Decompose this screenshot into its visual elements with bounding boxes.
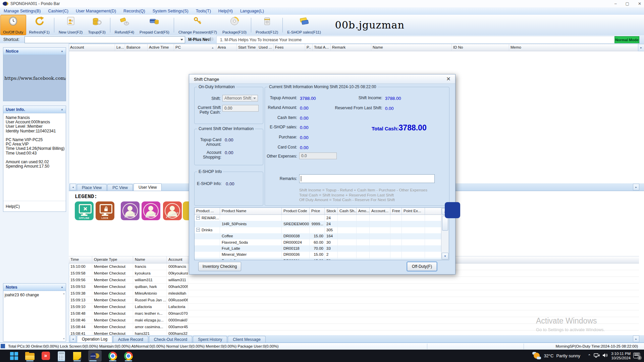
table-row[interactable]: 15:09:56Member Checkoutwilliam311william… xyxy=(69,277,639,284)
maximize-button[interactable]: ▢ xyxy=(626,1,629,6)
column-header-name[interactable]: Name xyxy=(371,44,452,51)
table-row[interactable]: REWAR...24 xyxy=(195,215,449,221)
column-header-start-time[interactable]: Start Time xyxy=(237,44,257,51)
toolbar-button-prepaid-card-f5[interactable]: Prepaid Card(F5) xyxy=(137,15,172,35)
toolbar-button-refresh-f1[interactable]: Refresh(F1) xyxy=(27,15,52,35)
notes-panel-header[interactable]: Notes ▲ xyxy=(3,284,66,291)
column-header-account[interactable]: Account xyxy=(167,256,188,263)
inventory-checking-button[interactable]: Inventory Checking xyxy=(198,262,241,271)
column-header-p[interactable]: P.. xyxy=(305,44,313,51)
column-header-product[interactable]: Product ... xyxy=(195,208,220,215)
column-header-active-time[interactable]: Active Time xyxy=(148,44,174,51)
table-row[interactable]: Fruit_LatteDR0011870.0033 xyxy=(195,245,449,251)
tab-pc-view[interactable]: PC View xyxy=(107,184,133,191)
table-row[interactable]: Drinks305 xyxy=(195,227,449,233)
column-header-le[interactable]: Le... xyxy=(115,44,125,51)
column-header-point-ex[interactable]: Point Ex... xyxy=(402,208,425,215)
column-header-name[interactable]: Name xyxy=(133,256,167,263)
taskbar-app-pondo[interactable]: pondo xyxy=(88,350,102,362)
toolbar-button-topup-f3[interactable]: Topup(F3) xyxy=(86,15,108,35)
volume-icon[interactable] xyxy=(602,353,608,359)
notice-panel-header[interactable]: Notice ▲ xyxy=(3,48,66,55)
taskbar-app-file-explorer[interactable] xyxy=(25,350,35,362)
column-header-cash-sh[interactable]: Cash Sh... xyxy=(338,208,357,215)
weather-desc[interactable]: Partly sunny xyxy=(556,353,580,358)
toolbar-button-on-off-duty[interactable]: On/Off Duty xyxy=(0,15,26,35)
column-header-account[interactable]: Account... xyxy=(370,208,390,215)
help-link[interactable]: Help(C) xyxy=(3,201,66,212)
scroll-left-button[interactable]: ◂ xyxy=(70,184,76,190)
toolbar-button-change-password-f7[interactable]: Change Password(F7) xyxy=(176,15,219,35)
toolbar-button-e-shop-sales-f11[interactable]: E-SHOP sales(F11) xyxy=(285,15,323,35)
tab-spent-history[interactable]: Spent History xyxy=(193,336,227,343)
table-row[interactable]: 15:09:10Member CheckoutLafactoriaLafacto… xyxy=(69,304,639,310)
column-header-account[interactable]: Account xyxy=(69,44,115,51)
column-header-stock[interactable]: Stock xyxy=(325,208,338,215)
table-row[interactable]: Pepsi_8ozDR0003115.0076 xyxy=(195,258,449,260)
scroll-right-button[interactable]: ▸ xyxy=(633,336,639,342)
off-duty-button[interactable]: Off-Duty(F) xyxy=(407,262,437,271)
collapse-minus-icon[interactable] xyxy=(196,216,200,220)
taskbar-app-chrome[interactable] xyxy=(124,350,133,362)
table-row[interactable]: 15:09:13Member CheckoutRussel Pua Jan ..… xyxy=(69,297,639,304)
taskbar-app-chrome[interactable] xyxy=(108,350,117,362)
collapse-icon[interactable]: ▲ xyxy=(61,286,63,289)
menu-item-records-q[interactable]: Records(Q) xyxy=(120,9,149,13)
shortcut-combobox[interactable] xyxy=(24,36,185,43)
table-row[interactable]: CoffeeDR0003815.00164 xyxy=(195,233,449,239)
tab-operation-log[interactable]: Operation Log xyxy=(77,335,112,343)
taskbar-app-sticky-notes[interactable] xyxy=(72,350,82,362)
taskbar-clock[interactable]: 3:10:11 PM 10/25/2024 xyxy=(611,352,631,360)
weather-temp[interactable]: 32°C xyxy=(544,353,553,358)
column-header-operate-type[interactable]: Operate Type xyxy=(92,256,133,263)
petty-cash-input[interactable]: 0.00 xyxy=(222,105,259,112)
collapse-minus-icon[interactable] xyxy=(196,228,200,232)
column-header-product-code[interactable]: Product Code xyxy=(282,208,310,215)
minimize-button[interactable]: – xyxy=(614,1,617,6)
table-row[interactable]: Mineral_WaterDR0003615.002 xyxy=(195,252,449,258)
scroll-left-button[interactable]: ◂ xyxy=(70,336,76,342)
table-row[interactable]: 1HR_50PointsSREDEEM00019999...24 xyxy=(195,221,449,227)
tab-place-view[interactable]: Place View xyxy=(77,184,107,191)
tray-chevron-icon[interactable]: ⌃ xyxy=(588,354,591,358)
table-row[interactable]: 15:08:48Member Checkoutmarc lesther n...… xyxy=(69,310,639,317)
tab-check-out-record[interactable]: Check-Out Record xyxy=(149,336,192,343)
tab-active-record[interactable]: Active Record xyxy=(113,336,148,343)
toolbar-button-refund-f4[interactable]: Refund(F4) xyxy=(112,15,137,35)
column-header-area[interactable]: Area xyxy=(216,44,237,51)
notification-icon[interactable]: 2 xyxy=(633,353,641,359)
column-header-balance[interactable]: Balance xyxy=(125,44,148,51)
menu-item-language-l[interactable]: Language(L) xyxy=(236,9,268,13)
weather-icon[interactable] xyxy=(532,352,541,360)
menu-item-system-settings-s[interactable]: System Settings(S) xyxy=(149,9,192,13)
scroll-down-icon[interactable]: ▼ xyxy=(63,338,65,340)
scroll-down-icon[interactable]: ▼ xyxy=(442,253,448,259)
column-header-fees[interactable]: Fees xyxy=(274,44,305,51)
collapse-icon[interactable]: ▲ xyxy=(61,108,63,111)
notice-link[interactable]: https://www.facebook.com/pondo xyxy=(3,75,66,81)
network-icon[interactable] xyxy=(594,353,600,359)
table-row[interactable]: 15:09:53Member Checkoutquilban, hark00ha… xyxy=(69,284,639,290)
other-expenses-input[interactable]: 0.0 xyxy=(299,153,337,159)
column-header-pc[interactable]: PC▲ xyxy=(174,44,216,51)
column-header-remark[interactable]: Remark xyxy=(331,44,371,51)
menu-item-manage-settings-b[interactable]: Manage Settings(B) xyxy=(0,9,44,13)
table-row[interactable]: 15:09:38Member CheckoutMilesAntoniomiles… xyxy=(69,290,639,297)
scroll-up-icon[interactable]: ▲ xyxy=(63,292,65,295)
remarks-input[interactable] xyxy=(299,174,435,183)
close-button[interactable]: ✕ xyxy=(638,1,641,6)
column-header-total-a[interactable]: Total A... xyxy=(313,44,331,51)
taskbar-app-start[interactable] xyxy=(9,350,19,362)
menu-item-cashier-c[interactable]: Cashier(C) xyxy=(44,9,72,13)
taskbar-app-calculator[interactable] xyxy=(57,350,66,362)
column-header-amo[interactable]: Amo... xyxy=(357,208,370,215)
menu-item-help-h[interactable]: Help(H) xyxy=(215,9,236,13)
tab-client-message[interactable]: Client Message xyxy=(228,336,266,343)
menu-item-tools-t[interactable]: Tools(T) xyxy=(192,9,215,13)
scroll-right-button[interactable]: ▸ xyxy=(638,44,644,51)
collapse-icon[interactable]: ▲ xyxy=(61,50,63,53)
dialog-close-button[interactable]: ✕ xyxy=(445,76,451,82)
scroll-right-button[interactable]: ▸ xyxy=(633,184,639,190)
taskbar-app-anydesk[interactable]: » xyxy=(41,350,50,362)
column-header-time[interactable]: Time xyxy=(69,256,92,263)
